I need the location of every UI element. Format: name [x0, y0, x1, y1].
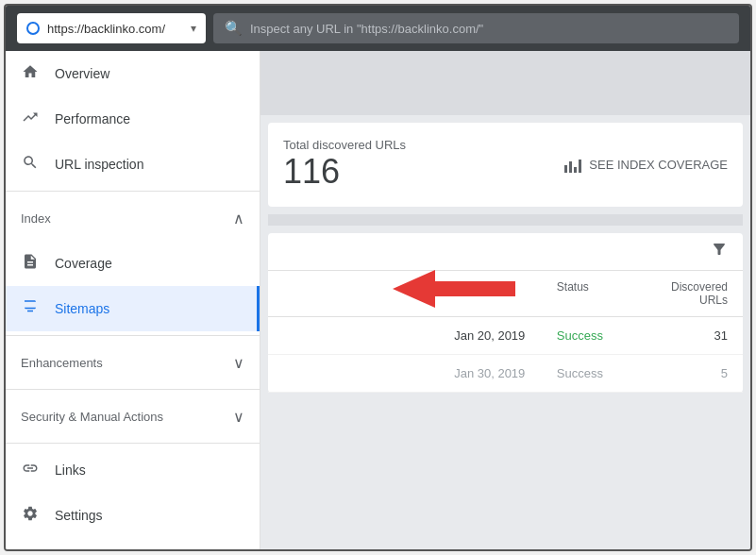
- col-header-status: Status: [557, 280, 643, 307]
- mid-strip: [268, 214, 743, 226]
- url-count-left: Total discovered URLs 116: [283, 138, 406, 192]
- row-2-discovered: 5: [642, 366, 728, 380]
- sidebar-item-url-inspection[interactable]: URL inspection: [6, 142, 260, 187]
- links-icon: [21, 460, 40, 481]
- search-placeholder: Inspect any URL in "https://backlinko.co…: [250, 22, 483, 36]
- row-2-status: Success: [557, 366, 643, 380]
- sidebar: Overview Performance URL inspection Inde…: [6, 51, 260, 549]
- see-index-coverage-button[interactable]: SEE INDEX COVERAGE: [564, 158, 728, 173]
- sidebar-item-performance[interactable]: Performance: [6, 96, 260, 142]
- discovered-count: 116: [283, 152, 406, 192]
- table-toolbar: [268, 233, 743, 271]
- table-header: Last read Status Discovered URLs: [268, 271, 743, 317]
- col-header-discovered: Discovered URLs: [642, 280, 728, 307]
- url-inspection-label: URL inspection: [55, 157, 143, 172]
- sitemaps-label: Sitemaps: [55, 301, 109, 316]
- row-1-discovered: 31: [642, 328, 728, 343]
- url-dropdown[interactable]: https://backlinko.com/ ▾: [17, 13, 206, 43]
- sidebar-item-links[interactable]: Links: [6, 447, 260, 493]
- enhancements-chevron-icon: ∨: [233, 354, 244, 372]
- index-chevron-icon: ∧: [233, 210, 244, 227]
- overview-label: Overview: [55, 66, 109, 81]
- sitemaps-table: Last read Status Discovered URLs Jan 20,…: [268, 233, 743, 393]
- search-icon: 🔍: [225, 20, 243, 37]
- sidebar-item-settings[interactable]: Settings: [6, 493, 260, 538]
- security-section-header[interactable]: Security & Manual Actions ∨: [6, 394, 260, 439]
- divider-4: [6, 443, 260, 444]
- total-discovered-label: Total discovered URLs: [283, 138, 406, 152]
- coverage-icon: [21, 253, 40, 275]
- sidebar-item-overview[interactable]: Overview: [6, 51, 260, 96]
- url-inspection-icon: [21, 154, 40, 176]
- bar-chart-icon: [564, 158, 581, 173]
- performance-icon: [21, 109, 40, 130]
- security-section-label: Security & Manual Actions: [21, 410, 163, 424]
- row-2-last-read: Jan 30, 2019: [454, 366, 557, 380]
- right-panel: Total discovered URLs 116 SEE INDEX COVE…: [260, 51, 750, 549]
- right-top-strip: [260, 51, 750, 115]
- sidebar-item-coverage[interactable]: Coverage: [6, 241, 260, 286]
- settings-label: Settings: [55, 508, 103, 523]
- row-1-status: Success: [557, 328, 643, 343]
- performance-label: Performance: [55, 111, 130, 126]
- col-header-name: [283, 280, 454, 307]
- divider-1: [6, 191, 260, 192]
- table-row[interactable]: Jan 20, 2019 Success 31: [268, 317, 743, 355]
- col-header-last-read: Last read: [454, 280, 557, 307]
- row-1-last-read: Jan 20, 2019: [454, 328, 557, 343]
- url-chevron-icon: ▾: [191, 22, 196, 35]
- home-icon: [21, 63, 40, 85]
- enhancements-section-header[interactable]: Enhancements ∨: [6, 340, 260, 385]
- search-bar[interactable]: 🔍 Inspect any URL in "https://backlinko.…: [213, 13, 739, 43]
- main-content: Overview Performance URL inspection Inde…: [6, 51, 750, 549]
- coverage-label: Coverage: [55, 256, 112, 271]
- sidebar-item-sitemaps[interactable]: Sitemaps: [6, 286, 260, 331]
- top-bar: https://backlinko.com/ ▾ 🔍 Inspect any U…: [6, 6, 750, 51]
- enhancements-section-label: Enhancements: [21, 356, 103, 370]
- sitemaps-icon: [21, 298, 40, 320]
- security-chevron-icon: ∨: [233, 408, 244, 426]
- see-index-label: SEE INDEX COVERAGE: [589, 158, 728, 172]
- url-count-section: Total discovered URLs 116 SEE INDEX COVE…: [268, 123, 743, 207]
- url-status-icon: [26, 22, 40, 35]
- settings-icon: [21, 505, 40, 527]
- filter-icon[interactable]: [711, 241, 728, 262]
- links-label: Links: [55, 462, 86, 478]
- table-row[interactable]: Jan 30, 2019 Success 5: [268, 355, 743, 393]
- index-section-header[interactable]: Index ∧: [6, 195, 260, 241]
- divider-2: [6, 335, 260, 336]
- url-text: https://backlinko.com/: [47, 22, 183, 36]
- index-section-label: Index: [21, 211, 51, 226]
- divider-3: [6, 389, 260, 390]
